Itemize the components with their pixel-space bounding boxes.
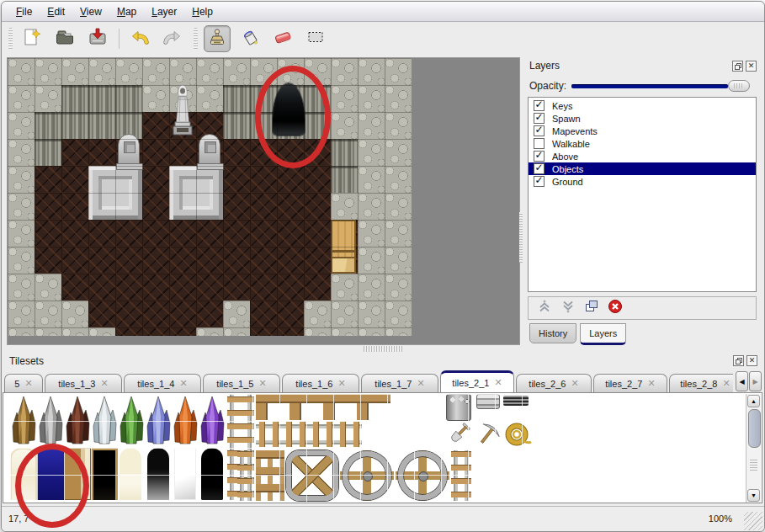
horizontal-splitter[interactable] — [364, 346, 402, 352]
layer-visibility-checkbox[interactable]: ✓ — [534, 151, 545, 162]
tileset-tab-tiles_1_6[interactable]: tiles_1_6✕ — [282, 374, 359, 392]
close-tab-icon[interactable]: ✕ — [100, 378, 108, 389]
close-panel-button[interactable]: ✕ — [746, 61, 757, 72]
tileset-sprite-ladder-v[interactable] — [451, 450, 471, 501]
tileset-sprite-crystal[interactable] — [199, 394, 226, 447]
close-tab-icon[interactable]: ✕ — [24, 378, 32, 389]
tileset-sprite-door-white-shade[interactable] — [174, 448, 196, 500]
layer-visibility-checkbox[interactable]: ✓ — [534, 163, 545, 174]
eraser-tool-button[interactable] — [269, 25, 296, 52]
menu-edit[interactable]: Edit — [40, 4, 72, 19]
raise-layer-button[interactable] — [537, 301, 552, 316]
menu-map[interactable]: Map — [109, 4, 144, 19]
delete-layer-button[interactable] — [608, 301, 623, 316]
tileset-sprite-wheel-round[interactable] — [396, 450, 449, 501]
close-panel-button[interactable]: ✕ — [746, 355, 757, 366]
tileset-sprite-door-black-arch[interactable] — [201, 448, 223, 500]
scroll-up-button[interactable]: ▲ — [747, 395, 760, 407]
layer-visibility-checkbox[interactable]: ✓ — [534, 125, 545, 136]
tileset-tab-tiles_2_6[interactable]: tiles_2_6✕ — [516, 374, 592, 392]
window-resize-grip[interactable] — [744, 512, 762, 530]
tileset-tab-tiles_1_3[interactable]: tiles_1_3✕ — [45, 374, 122, 392]
tileset-sprite-ladder-h[interactable] — [256, 422, 362, 447]
opacity-slider-handle[interactable] — [728, 80, 750, 92]
tileset-sprite-crystal[interactable] — [145, 394, 172, 447]
close-tab-icon[interactable]: ✕ — [417, 378, 424, 389]
toolbar-grip[interactable] — [8, 28, 13, 50]
tileset-sprite-skull-pillar[interactable] — [446, 394, 471, 421]
save-map-button[interactable] — [84, 25, 111, 52]
layer-visibility-checkbox[interactable]: ✓ — [534, 100, 545, 111]
tileset-tab-tiles_2_7[interactable]: tiles_2_7✕ — [593, 374, 667, 392]
scroll-tabs-right-button[interactable]: ▶ — [749, 371, 762, 391]
tileset-sprite-planks-grid[interactable] — [256, 450, 284, 501]
tileset-sprite-metal-bars[interactable] — [503, 396, 529, 406]
tileset-sprite-crystal[interactable] — [172, 394, 199, 447]
layer-visibility-checkbox[interactable]: ✓ — [534, 113, 545, 124]
tileset-sprite-crystal[interactable] — [64, 394, 91, 447]
tileset-sprite-shovel[interactable] — [446, 422, 473, 447]
stamp-tool-button[interactable] — [204, 25, 231, 52]
float-panel-button[interactable] — [732, 61, 743, 72]
panel-tab-layers[interactable]: Layers — [580, 323, 626, 345]
tileset-tab-tiles_2_8[interactable]: tiles_2_8✕ — [669, 374, 733, 392]
close-tab-icon[interactable]: ✕ — [337, 378, 345, 389]
tileset-content[interactable]: ▲ ▼ — [3, 392, 762, 503]
tileset-sprite-ladder-v[interactable] — [237, 450, 254, 501]
layer-visibility-checkbox[interactable]: ✓ — [534, 176, 545, 187]
close-tab-icon[interactable]: ✕ — [258, 378, 266, 389]
tileset-tab-tiles_1_5[interactable]: tiles_1_5✕ — [203, 374, 280, 392]
layer-visibility-checkbox[interactable] — [534, 138, 545, 149]
scrollbar-thumb[interactable] — [748, 409, 761, 448]
layer-row-mapevents[interactable]: ✓Mapevents — [529, 125, 756, 137]
tileset-sprite-crystal[interactable] — [10, 394, 37, 447]
float-panel-button[interactable] — [733, 355, 744, 366]
close-tab-icon[interactable]: ✕ — [722, 378, 730, 389]
close-tab-icon[interactable]: ✕ — [647, 378, 655, 389]
tileset-tab-tiles_1_7[interactable]: tiles_1_7✕ — [361, 374, 438, 392]
tileset-sprite-door-framed[interactable] — [91, 448, 118, 500]
close-tab-icon[interactable]: ✕ — [179, 378, 187, 389]
tileset-sprite-planks-top[interactable] — [256, 394, 390, 420]
tileset-sprite-wheel-x[interactable] — [286, 450, 338, 501]
close-tab-icon[interactable]: ✕ — [494, 377, 502, 388]
layer-row-spawn[interactable]: ✓Spawn — [529, 112, 756, 125]
menu-layer[interactable]: Layer — [144, 4, 184, 19]
tileset-sprite-pickaxe[interactable] — [475, 422, 502, 447]
tileset-tab-tiles_1_4[interactable]: tiles_1_4✕ — [124, 374, 201, 392]
opacity-slider-track[interactable] — [571, 84, 728, 88]
redo-button[interactable] — [159, 25, 186, 52]
tileset-tab-tiles_2_1[interactable]: tiles_2_1✕ — [440, 370, 514, 392]
select-tool-button[interactable] — [302, 25, 329, 52]
tileset-sprite-door-cream-arch[interactable] — [120, 448, 141, 500]
close-tab-icon[interactable]: ✕ — [571, 378, 578, 389]
lower-layer-button[interactable] — [560, 301, 576, 316]
undo-button[interactable] — [126, 25, 153, 52]
new-map-button[interactable] — [19, 25, 45, 52]
tileset-sprite-capital[interactable] — [476, 394, 500, 409]
tileset-sprite-crystal[interactable] — [91, 394, 118, 447]
layer-row-above[interactable]: ✓Above — [529, 150, 756, 162]
panel-tab-history[interactable]: History — [529, 323, 576, 343]
tileset-sprite-door-black-arch-fade[interactable] — [147, 448, 169, 500]
menu-file[interactable]: File — [8, 4, 40, 19]
tileset-sprite-crystal[interactable] — [37, 394, 64, 447]
tileset-sprite-wheel-round[interactable] — [340, 450, 394, 501]
layer-row-keys[interactable]: ✓Keys — [529, 99, 756, 112]
tileset-sprite-crystal[interactable] — [118, 394, 145, 447]
scroll-tabs-left-button[interactable]: ◀ — [736, 371, 748, 391]
duplicate-layer-button[interactable] — [584, 301, 599, 316]
scroll-down-button[interactable]: ▼ — [747, 489, 760, 502]
layer-row-ground[interactable]: ✓Ground — [529, 175, 756, 188]
layer-row-objects[interactable]: ✓Objects — [529, 162, 756, 175]
menu-view[interactable]: View — [72, 4, 109, 19]
menu-help[interactable]: Help — [184, 4, 220, 19]
layer-row-walkable[interactable]: Walkable — [529, 137, 756, 150]
toolbar-grip[interactable] — [194, 28, 198, 50]
tileset-scrollbar[interactable]: ▲ ▼ — [746, 394, 761, 503]
tileset-tab-5[interactable]: 5✕ — [4, 374, 43, 392]
open-map-button[interactable] — [51, 25, 78, 52]
fill-tool-button[interactable] — [236, 25, 263, 52]
tileset-sprite-rope[interactable] — [503, 422, 532, 447]
layer-list[interactable]: ✓Keys✓Spawn✓MapeventsWalkable✓Above✓Obje… — [528, 97, 757, 292]
